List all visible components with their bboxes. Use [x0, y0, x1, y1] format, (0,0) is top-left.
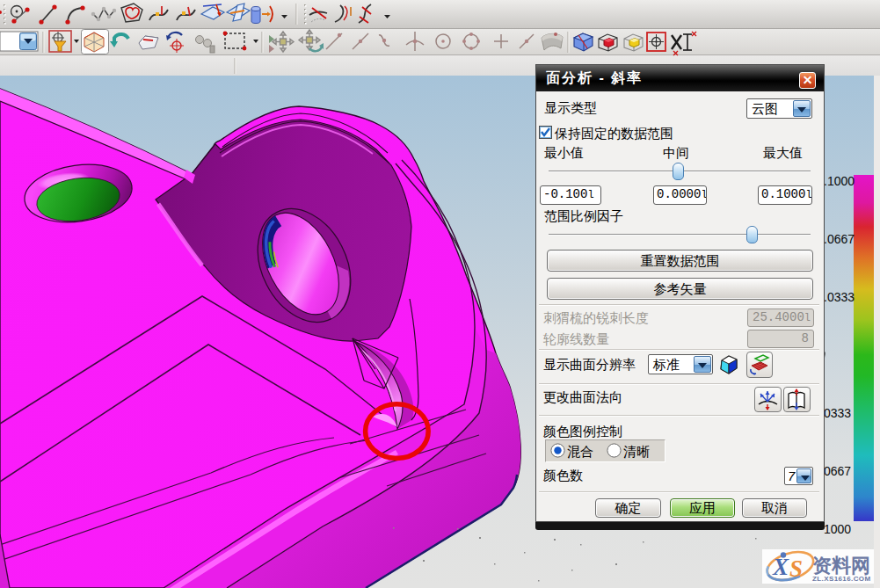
svg-text:资料网: 资料网 — [812, 555, 870, 577]
svg-text:ZL.XS1616.COM: ZL.XS1616.COM — [812, 575, 871, 583]
svg-text:0667: 0667 — [824, 464, 851, 478]
svg-text:1000: 1000 — [824, 522, 851, 536]
svg-text:.0333: .0333 — [824, 290, 855, 304]
svg-text:.1000: .1000 — [824, 174, 855, 188]
svg-text:.0667: .0667 — [824, 232, 855, 246]
svg-text:S: S — [789, 555, 803, 582]
svg-text:X: X — [772, 554, 789, 580]
svg-text:0333: 0333 — [824, 406, 851, 420]
